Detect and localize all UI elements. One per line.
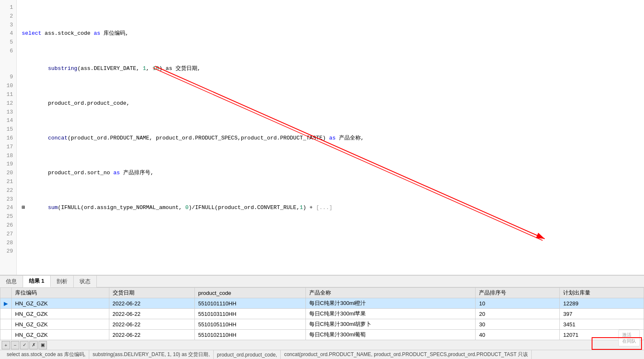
table-cell: 40 [476,330,560,340]
row-indicator [0,319,12,330]
table-cell: 12289 [560,298,644,309]
code-line-5: product_ord.sort_no as 产品排序号, [22,169,639,178]
table-cell: 5510103110HH [195,309,306,319]
table-row[interactable]: HN_GZ_GZK2022-06-225510103110HH每日C纯果汁300… [0,309,644,319]
cancel-button[interactable]: ✗ [29,341,38,349]
col-sort-no[interactable]: 产品排序号 [476,288,560,298]
bottom-panel: 信息 结果 1 剖析 状态 库位编码 交货日期 product_cod [0,275,644,359]
table-cell: 2022-06-22 [109,298,194,309]
code-line-3: product_ord.product_code, [22,99,639,108]
table-header-row: 库位编码 交货日期 product_code 产品全称 产品排序号 计划出库量 [0,288,644,298]
table-cell: 20 [476,309,560,319]
table-cell: HN_GZ_GZK [12,298,109,309]
row-indicator [0,309,12,319]
status-seg-1: select ass.stock_code as 库位编码, [3,350,89,359]
col-delivery-date[interactable]: 交货日期 [109,288,194,298]
tab-profiler[interactable]: 剖析 [51,276,74,287]
watermark-line2: 在同队 [622,338,636,344]
table-cell: 每日C纯果汁300ml葡萄 [305,330,476,340]
svg-line-1 [155,66,545,239]
col-out-amount[interactable]: 计划出库量 [560,288,644,298]
code-line-8 [22,265,639,274]
row-indicator [0,330,12,340]
editor-area: 1 2 3 4 5 6 9 10 11 12 13 14 15 16 17 18… [0,0,644,275]
main-container: 1 2 3 4 5 6 9 10 11 12 13 14 15 16 17 18… [0,0,644,359]
table-row[interactable]: HN_GZ_GZK2022-06-225510105110HH每日C纯果汁300… [0,319,644,330]
table-cell: 30 [476,319,560,330]
code-line-6: ⊞ sum(IFNULL(ord.assign_type_NORMAL_amou… [22,204,639,212]
tab-info[interactable]: 信息 [0,276,23,287]
code-line-7 [22,239,639,248]
col-indicator [0,288,12,298]
table-body: ▶HN_GZ_GZK2022-06-225510101110HH每日C纯果汁30… [0,298,644,340]
code-line-4: concat(product_ord.PRODUCT_NAME, product… [22,134,639,143]
col-stock-code[interactable]: 库位编码 [12,288,109,298]
table-cell: 10 [476,298,560,309]
remove-row-button[interactable]: − [11,341,19,349]
table-cell: HN_GZ_GZK [12,330,109,340]
results-table-container[interactable]: 库位编码 交货日期 product_code 产品全称 产品排序号 计划出库量 … [0,287,644,340]
tab-status[interactable]: 状态 [74,276,97,287]
row-indicator: ▶ [0,298,12,309]
grid-button[interactable]: ▣ [39,341,47,349]
table-cell: 2022-06-22 [109,330,194,340]
table-cell: 5510102110HH [195,330,306,340]
tab-results[interactable]: 结果 1 [23,276,51,287]
col-product-name[interactable]: 产品全称 [305,288,476,298]
svg-line-2 [153,68,543,240]
status-seg-2: substring(ass.DELIVERY_DATE, 1, 10) as 交… [89,350,214,359]
table-cell: 3451 [560,319,644,330]
code-line-2: substring(ass.DELIVERY_DATE, 1, 10) as 交… [22,65,639,73]
table-cell: HN_GZ_GZK [12,309,109,319]
code-line-1: select ass.stock_code as 库位编码, [22,29,639,38]
table-row[interactable]: ▶HN_GZ_GZK2022-06-225510101110HH每日C纯果汁30… [0,298,644,309]
table-cell: 每日C纯果汁300ml橙汁 [305,298,476,309]
table-cell: HN_GZ_GZK [12,319,109,330]
table-cell: 5510101110HH [195,298,306,309]
watermark: 激活 在同队 [618,330,640,346]
line-numbers: 1 2 3 4 5 6 9 10 11 12 13 14 15 16 17 18… [0,0,17,275]
table-cell: 397 [560,309,644,319]
table-cell: 2022-06-22 [109,309,194,319]
table-cell: 每日C纯果汁300ml胡萝卜 [305,319,476,330]
code-editor: 1 2 3 4 5 6 9 10 11 12 13 14 15 16 17 18… [0,0,644,275]
table-row[interactable]: HN_GZ_GZK2022-06-225510102110HH每日C纯果汁300… [0,330,644,340]
bottom-toolbar: + − ✓ ✗ ▣ [0,340,644,350]
table-cell: 2022-06-22 [109,319,194,330]
table-cell: 每日C纯果汁300ml苹果 [305,309,476,319]
table-cell: 5510105110HH [195,319,306,330]
confirm-button[interactable]: ✓ [20,341,28,349]
status-seg-4: concat(product_ord.PRODUCT_NAME, product… [281,350,532,359]
results-table: 库位编码 交货日期 product_code 产品全称 产品排序号 计划出库量 … [0,287,644,340]
tabs-bar: 信息 结果 1 剖析 状态 [0,276,644,287]
status-seg-3: product_ord.product_code, [214,350,281,359]
watermark-line1: 激活 [622,332,636,338]
code-content[interactable]: select ass.stock_code as 库位编码, substring… [17,0,644,275]
add-row-button[interactable]: + [2,341,10,349]
status-bar: select ass.stock_code as 库位编码, substring… [0,350,644,359]
col-product-code[interactable]: product_code [195,288,306,298]
